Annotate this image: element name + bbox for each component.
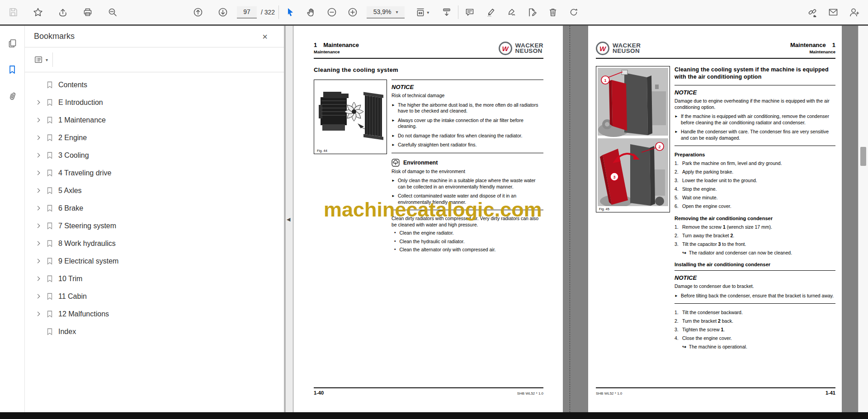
expand-chevron-icon[interactable]: [34, 169, 42, 177]
bookmarks-header: Bookmarks ×: [25, 26, 284, 47]
expand-chevron-icon[interactable]: [34, 151, 42, 159]
upload-icon: [58, 7, 68, 17]
page-spread-divider: [570, 26, 570, 412]
bookmark-item-brake[interactable]: 6 Brake: [25, 199, 284, 217]
bookmark-item-cabin[interactable]: 11 Cabin: [25, 287, 284, 305]
star-icon: [33, 7, 43, 17]
expand-chevron-icon[interactable]: [34, 240, 42, 247]
bookmark-item-malfunctions[interactable]: 12 Malfunctions: [25, 305, 284, 323]
expand-chevron-icon[interactable]: [34, 257, 42, 265]
zoom-level-control[interactable]: 53,9% ▾: [367, 6, 405, 19]
result-line: ↪ The radiator and condenser can now be …: [675, 250, 835, 256]
scroll-mode-button[interactable]: [439, 5, 454, 20]
expand-chevron-icon[interactable]: [34, 222, 42, 230]
scrollbar-thumb[interactable]: [860, 147, 866, 166]
bookmark-label: 7 Steering system: [58, 222, 116, 230]
bookmark-label: 3 Cooling: [58, 151, 89, 160]
bookmark-icon: [7, 65, 17, 75]
highlight-button[interactable]: [483, 5, 498, 20]
section-title: Cleaning the cooling system: [314, 66, 543, 73]
hand-tool-button[interactable]: [303, 5, 319, 20]
expand-chevron-icon[interactable]: [34, 134, 42, 141]
bookmark-item-maintenance[interactable]: 1 Maintenance: [25, 111, 284, 129]
save-button[interactable]: [5, 5, 21, 20]
fill-sign-button[interactable]: [504, 5, 519, 20]
expand-chevron-icon[interactable]: [34, 204, 42, 212]
previous-page-button[interactable]: [190, 5, 206, 20]
bookmark-item-steering-system[interactable]: 7 Steering system: [25, 217, 284, 235]
share-link-button[interactable]: [805, 5, 820, 20]
search-button[interactable]: [105, 5, 120, 20]
bookmark-label: E Introduction: [58, 99, 103, 107]
document-area: 1 Maintenance Maintenance W WACKER NEUSO…: [293, 26, 858, 412]
page-chapter-heading: Maintenance 1 Maintenance: [790, 42, 835, 54]
installing-steps: Tilt the condenser backward. Turn the br…: [675, 310, 835, 342]
bookmark-item-axles[interactable]: 5 Axles: [25, 182, 284, 199]
close-panel-button[interactable]: ×: [262, 32, 268, 41]
arrow-bullet-icon: ►: [675, 294, 678, 299]
bookmark-item-traveling-drive[interactable]: 4 Traveling drive: [25, 164, 284, 182]
expand-chevron-icon[interactable]: [34, 116, 42, 124]
page-thumbnails-button[interactable]: [5, 36, 20, 51]
wacker-neuson-logo: W WACKER NEUSON: [499, 42, 543, 55]
bookmark-flag-icon: [46, 116, 54, 124]
toolbar-separator: [458, 5, 458, 19]
document-scrollbar[interactable]: [858, 26, 868, 412]
add-user-button[interactable]: [846, 5, 862, 20]
arrow-bullet-icon: ►: [392, 194, 395, 205]
bookmarks-title: Bookmarks: [34, 32, 75, 41]
collapse-panel-icon[interactable]: ◀: [287, 217, 290, 222]
upload-button[interactable]: [55, 5, 71, 20]
preparations-heading: Preparations: [675, 152, 835, 157]
page-total-label: / 322: [261, 9, 275, 16]
rotate-pages-button[interactable]: [566, 5, 581, 20]
navigation-rail: [0, 26, 25, 412]
bookmark-label: 8 Work hydraulics: [58, 240, 116, 248]
attachments-button[interactable]: [5, 88, 20, 104]
print-button[interactable]: [80, 5, 95, 20]
expand-chevron-icon[interactable]: [34, 292, 42, 300]
next-page-button[interactable]: [215, 5, 231, 20]
panel-resize-divider[interactable]: ◀: [284, 26, 293, 412]
expand-chevron-icon[interactable]: [34, 187, 42, 194]
bookmark-item-introduction[interactable]: E Introduction: [25, 94, 284, 111]
bookmark-flag-icon: [46, 134, 54, 142]
result-arrow-icon: ↪: [682, 344, 686, 350]
bookmark-item-work-hydraulics[interactable]: 8 Work hydraulics: [25, 235, 284, 252]
bookmark-item-cooling[interactable]: 3 Cooling: [25, 146, 284, 164]
edit-document-button[interactable]: [524, 5, 540, 20]
arrow-bullet-icon: ►: [675, 114, 678, 126]
paperclip-icon: [7, 91, 17, 101]
bookmark-item-trim[interactable]: 10 Trim: [25, 270, 284, 287]
scroll-mode-icon: [442, 7, 452, 17]
result-line: ↪ The machine is operational.: [675, 344, 835, 350]
bookmarks-panel-button[interactable]: [5, 62, 20, 77]
zoom-in-button[interactable]: [345, 5, 360, 20]
zoom-out-button[interactable]: [324, 5, 340, 20]
page-number-input[interactable]: [237, 6, 257, 19]
expand-chevron-icon[interactable]: [34, 99, 42, 106]
select-tool-button[interactable]: [283, 5, 298, 20]
rotate-icon: [569, 7, 579, 17]
bookmark-label: 9 Electrical system: [58, 257, 118, 265]
bookmark-item-contents[interactable]: Contents: [25, 76, 284, 94]
fountain-pen-icon: [506, 7, 516, 17]
expand-chevron-icon[interactable]: [34, 310, 42, 318]
bookmark-label: Index: [58, 328, 76, 336]
fit-width-button[interactable]: ▾: [412, 5, 433, 20]
callout-3: 3: [613, 175, 615, 179]
removing-steps: Remove the screw 1 (wrench size 17 mm). …: [675, 224, 835, 248]
star-button[interactable]: [30, 5, 46, 20]
comment-button[interactable]: [462, 5, 477, 20]
email-button[interactable]: [826, 5, 841, 20]
expand-chevron-icon[interactable]: [34, 275, 42, 282]
logo-circle: W: [596, 42, 609, 55]
bookmarks-options-button[interactable]: ▾: [34, 55, 48, 64]
bookmark-item-index[interactable]: Index: [25, 323, 284, 340]
arrow-bullet-icon: ►: [392, 103, 395, 114]
bookmark-item-electrical-system[interactable]: 9 Electrical system: [25, 252, 284, 270]
fit-width-icon: [415, 7, 425, 17]
delete-pages-button[interactable]: [545, 5, 561, 20]
bookmark-item-engine[interactable]: 2 Engine: [25, 129, 284, 146]
bookmark-flag-icon: [46, 328, 54, 336]
